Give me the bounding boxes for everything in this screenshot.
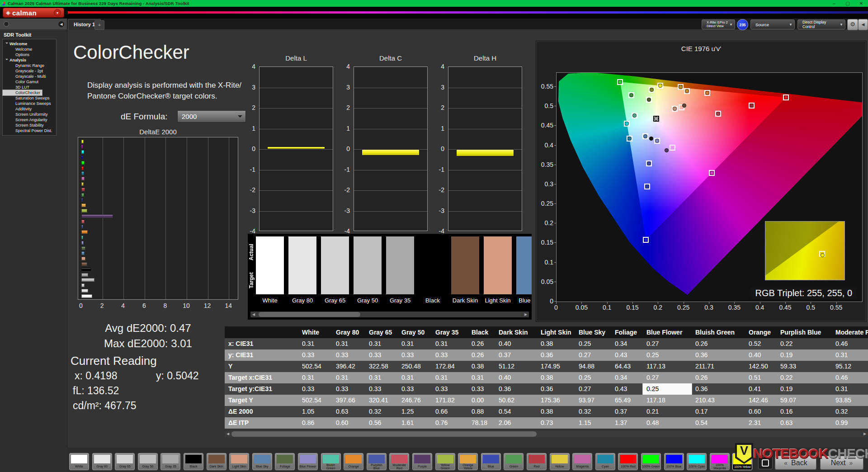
patch-button-gray-50[interactable]: Gray 50 [138, 453, 158, 470]
patch-button-gray-80[interactable]: Gray 80 [92, 453, 112, 470]
sidebar-item-colorchecker[interactable]: ColorChecker [3, 90, 42, 95]
table-cell[interactable]: 0.38 [537, 406, 575, 417]
table-cell[interactable]: 0.46 [832, 338, 868, 349]
sidebar-item-grayscale-multi[interactable]: Grayscale - Multi [3, 74, 56, 79]
table-cell[interactable]: 94.88 [575, 361, 611, 372]
table-cell[interactable]: 0.22 [777, 372, 832, 383]
table-cell[interactable]: 0.36 [537, 383, 575, 395]
patch-button-purplish-blue[interactable]: Purplish Blue [367, 453, 387, 470]
table-cell[interactable]: 0.31 [365, 338, 398, 349]
table-cell[interactable]: 0.31 [332, 372, 365, 383]
table-cell[interactable]: 0.32 [365, 406, 398, 417]
table-cell[interactable]: 93.85 [832, 395, 868, 406]
patch-button-blue-sky[interactable]: Blue Sky [252, 453, 272, 470]
table-cell[interactable]: 0.38 [537, 338, 575, 349]
table-cell[interactable]: 142.46 [745, 395, 777, 406]
patch-button-orange-yellow[interactable]: Orange Yellow [458, 453, 478, 470]
table-cell[interactable]: 0.54 [495, 406, 537, 417]
table-cell[interactable]: 0.41 [745, 383, 777, 395]
table-cell[interactable]: 78.18 [468, 417, 495, 429]
patch-button-foliage[interactable]: Foliage [275, 453, 295, 470]
table-cell[interactable]: 0.32 [575, 406, 611, 417]
table-cell[interactable]: 59.07 [777, 395, 832, 406]
table-cell[interactable]: 0.19 [777, 349, 832, 361]
minimize-button[interactable]: – [827, 0, 841, 7]
table-cell[interactable]: 0.25 [643, 349, 692, 361]
sidebar-item-welcome[interactable]: Welcome [3, 47, 56, 52]
table-cell[interactable]: 1.05 [298, 406, 332, 417]
record-dot-icon[interactable] [4, 21, 9, 27]
patch-button-cyan[interactable]: Cyan [595, 453, 615, 470]
table-cell[interactable]: 0.19 [777, 383, 832, 395]
table-cell[interactable]: 117.18 [643, 395, 692, 406]
scrollbar-thumb[interactable] [259, 312, 360, 317]
meter-count-badge[interactable]: 235 [737, 19, 748, 30]
table-cell[interactable]: 1.61 [398, 417, 432, 429]
table-cell[interactable]: 0.33 [298, 349, 332, 361]
close-button[interactable]: ✕ [854, 0, 868, 7]
table-cell[interactable]: 0.25 [575, 338, 611, 349]
table-cell[interactable]: 0.31 [365, 372, 398, 383]
scroll-right-icon[interactable]: ▶ [523, 312, 529, 317]
swatch-scrollbar[interactable]: ◀▶ [250, 312, 529, 317]
custom-patch-button[interactable] [758, 457, 773, 469]
table-cell[interactable]: 502.54 [298, 395, 332, 406]
table-cell[interactable]: 502.54 [298, 361, 332, 372]
sidebar-item-options[interactable]: Options [3, 52, 56, 57]
patch-button-blue-flower[interactable]: Blue Flower [298, 453, 318, 470]
table-cell[interactable]: 93.97 [575, 395, 611, 406]
patch-button-gray-35[interactable]: Gray 35 [160, 453, 180, 470]
source-dropdown[interactable]: Source ▼ [750, 19, 795, 29]
table-cell[interactable]: 0.26 [692, 338, 745, 349]
table-cell[interactable]: 0.36 [495, 383, 537, 395]
table-scrollbar[interactable]: ◀▶ [225, 431, 868, 437]
table-cell[interactable]: 0.33 [298, 383, 332, 395]
table-cell[interactable]: 0.33 [365, 383, 398, 395]
table-cell[interactable]: 0.63 [777, 417, 832, 429]
patch-button-magenta[interactable]: Magenta [572, 453, 592, 470]
table-cell[interactable]: 95.12 [832, 361, 868, 372]
table-cell[interactable]: 0.48 [643, 417, 692, 429]
table-cell[interactable]: 210.43 [692, 395, 745, 406]
table-cell[interactable]: 174.95 [537, 361, 575, 372]
patch-button-100-blue[interactable]: 100% Blue [664, 453, 684, 470]
maximize-button[interactable]: ▢ [841, 0, 854, 7]
table-cell[interactable]: 0.27 [643, 372, 692, 383]
table-cell[interactable]: 0.31 [432, 372, 468, 383]
table-cell[interactable]: 0.31 [832, 383, 868, 395]
patch-button-purple[interactable]: Purple [412, 453, 432, 470]
table-cell[interactable]: 0.73 [537, 417, 575, 429]
scroll-right-icon[interactable]: ▶ [862, 431, 868, 437]
table-cell[interactable]: 0.34 [611, 338, 643, 349]
table-cell[interactable]: 0.32 [832, 406, 868, 417]
table-cell[interactable]: 0.31 [298, 372, 332, 383]
table-cell[interactable]: 171.82 [432, 395, 468, 406]
table-cell[interactable]: 0.26 [468, 349, 495, 361]
meter-dropdown[interactable]: X-Rite i1Pro 2 Direct View ▼ [702, 19, 735, 29]
table-cell[interactable]: 0.56 [365, 417, 398, 429]
sidebar-item-saturation-sweeps[interactable]: Saturation Sweeps [3, 95, 56, 101]
table-cell[interactable]: 0.22 [777, 338, 832, 349]
table-cell[interactable]: 0.36 [692, 349, 745, 361]
table-cell[interactable]: 0.37 [495, 349, 537, 361]
table-cell[interactable]: 0.17 [692, 406, 745, 417]
table-cell[interactable]: 0.40 [745, 349, 777, 361]
patch-button-dark-skin[interactable]: Dark Skin [207, 453, 226, 470]
table-cell[interactable]: 0.31 [398, 372, 432, 383]
table-cell[interactable]: 0.33 [468, 383, 495, 395]
tree-group-analysis[interactable]: Analysis [3, 57, 56, 63]
table-cell[interactable]: 175.36 [537, 395, 575, 406]
patch-button-orange[interactable]: Orange [344, 453, 363, 470]
table-cell[interactable]: 0.26 [692, 372, 745, 383]
table-cell[interactable]: 1.25 [398, 406, 432, 417]
de-formula-select[interactable]: 2000 [177, 110, 246, 123]
table-cell[interactable]: 142.50 [745, 361, 777, 372]
table-cell[interactable]: 0.27 [575, 383, 611, 395]
table-cell[interactable]: 0.21 [643, 406, 692, 417]
table-cell[interactable]: 0.37 [611, 406, 643, 417]
next-button[interactable]: Next » [820, 456, 863, 470]
sidebar-item-luminance-sweeps[interactable]: Luminance Sweeps [3, 101, 56, 106]
table-cell[interactable]: 0.52 [745, 338, 777, 349]
tree-group-welcome[interactable]: Welcome [3, 41, 56, 47]
patch-button-100-red[interactable]: 100% Red [618, 453, 638, 470]
